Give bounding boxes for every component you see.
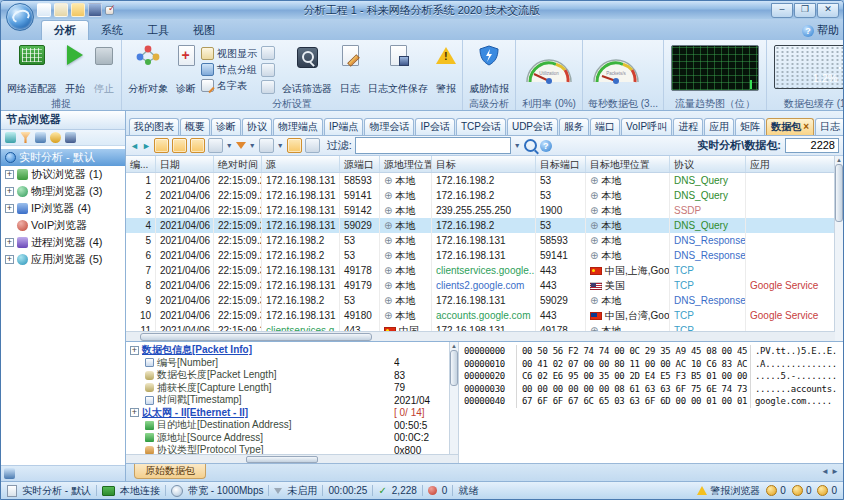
filter-help-icon[interactable]: ? — [540, 140, 552, 152]
utilization-gauge[interactable]: Utilization — [519, 42, 579, 97]
decode-horizontal-scrollbar[interactable] — [126, 454, 458, 463]
table-row[interactable]: 32021/04/0622:15:09.2...172.16.198.13159… — [126, 203, 835, 218]
hex-row[interactable]: 0000000000 50 56 F2 74 74 00 0C 29 35 A9… — [459, 345, 843, 358]
tab-6[interactable]: 物理会话 — [364, 118, 414, 135]
back-arrow-icon[interactable]: ◄ — [130, 141, 139, 151]
ribbon-tab-analysis[interactable]: 分析 — [41, 20, 89, 40]
column-header-7[interactable]: 目标端口 — [536, 156, 586, 172]
table-row[interactable]: 12021/04/0622:15:09.2...172.16.198.13158… — [126, 173, 835, 188]
name-table-button[interactable]: 名字表 — [201, 79, 257, 93]
dropdown-icon[interactable]: ▼ — [277, 142, 284, 149]
tab-9[interactable]: UDP会话 — [507, 118, 558, 135]
table-row[interactable]: 72021/04/0622:15:09.3...172.16.198.13149… — [126, 263, 835, 278]
column-header-5[interactable]: 源地理位置 — [380, 156, 432, 172]
help-button[interactable]: ? 帮助 — [802, 23, 839, 40]
raw-packet-tab[interactable]: 原始数据包 — [134, 464, 206, 479]
table-options-button[interactable] — [305, 138, 320, 153]
filter-dropdown-icon[interactable]: ▼ — [514, 142, 521, 149]
decode-vertical-scrollbar[interactable]: ▲ — [449, 342, 458, 455]
ribbon-tab-system[interactable]: 系统 — [89, 21, 135, 40]
panel-icon[interactable] — [4, 468, 15, 479]
search-icon[interactable] — [524, 139, 537, 152]
tab-0[interactable]: 我的图表 — [129, 118, 179, 135]
sidebar-item-1[interactable]: 协议浏览器 (1) — [1, 166, 125, 183]
scroll-up-icon[interactable]: ▲ — [451, 342, 457, 350]
tab-2[interactable]: 诊断 — [211, 118, 241, 135]
collapse-icon[interactable] — [130, 408, 139, 417]
table-row[interactable]: 82021/04/0622:15:09.3...172.16.198.13149… — [126, 278, 835, 293]
decode-row[interactable]: 以太网 - II[Ethernet - II][ 0/ 14] — [130, 407, 448, 420]
tab-5[interactable]: IP端点 — [324, 118, 363, 135]
expand-icon[interactable] — [5, 204, 14, 213]
table-row[interactable]: 52021/04/0622:15:09.2...172.16.198.253⊕本… — [126, 233, 835, 248]
pps-gauge[interactable]: Packets/s — [586, 42, 646, 97]
mini-download-button[interactable] — [261, 46, 275, 60]
forward-arrow-icon[interactable]: ► — [142, 141, 151, 151]
tab-3[interactable]: 协议 — [242, 118, 272, 135]
scroll-thumb[interactable] — [450, 350, 458, 386]
tab-4[interactable]: 物理端点 — [273, 118, 323, 135]
scroll-up-icon[interactable]: ▲ — [836, 156, 842, 164]
user-icon[interactable] — [50, 132, 61, 143]
mini-save-button[interactable] — [261, 80, 275, 94]
column-view-button[interactable] — [190, 138, 205, 153]
session-filter-button[interactable]: 会话筛选器 — [279, 42, 335, 97]
node-group-button[interactable]: 节点分组 — [201, 63, 257, 77]
filter-input[interactable] — [355, 137, 511, 154]
expand-icon[interactable] — [5, 170, 14, 179]
table-row[interactable]: 62021/04/0622:15:09.2...172.16.198.253⊕本… — [126, 248, 835, 263]
tab-13[interactable]: 进程 — [673, 118, 703, 135]
tab-12[interactable]: VoIP呼叫 — [621, 118, 672, 135]
refresh-icon[interactable] — [5, 132, 16, 143]
funnel-icon[interactable] — [236, 142, 246, 149]
ribbon-tab-tools[interactable]: 工具 — [135, 21, 181, 40]
hex-row[interactable]: 0000001000 41 02 07 00 00 80 11 00 00 AC… — [459, 358, 843, 371]
column-header-10[interactable]: 应用 — [746, 156, 835, 172]
traffic-trend-chart[interactable] — [671, 45, 759, 91]
close-button[interactable]: ✕ — [817, 3, 839, 18]
column-header-0[interactable]: 编... — [126, 156, 156, 172]
packet-buffer-panel[interactable]: 1.2% — [774, 45, 843, 89]
hex-row[interactable]: 0000003000 00 00 00 00 00 08 61 63 63 6F… — [459, 383, 843, 396]
dropdown-icon[interactable]: ▼ — [226, 142, 233, 149]
scroll-thumb[interactable] — [835, 164, 843, 222]
tab-14[interactable]: 应用 — [704, 118, 734, 135]
expand-icon[interactable] — [5, 255, 14, 264]
dropdown-icon[interactable]: ▼ — [249, 142, 256, 149]
ribbon-tab-view[interactable]: 视图 — [181, 21, 227, 40]
column-header-9[interactable]: 协议 — [670, 156, 746, 172]
view-display-button[interactable]: 视图显示 — [201, 47, 257, 61]
app-logo-orb[interactable] — [6, 3, 34, 31]
detail-view-button[interactable] — [172, 138, 187, 153]
tab-11[interactable]: 端口 — [590, 118, 620, 135]
hex-row[interactable]: 00000020C6 02 E6 95 00 35 00 2D E4 E5 F3… — [459, 370, 843, 383]
column-header-4[interactable]: 源端口 — [340, 156, 380, 172]
maximize-button[interactable]: ❐ — [794, 3, 816, 18]
sidebar-item-2[interactable]: 物理浏览器 (3) — [1, 183, 125, 200]
tab-8[interactable]: TCP会话 — [456, 118, 506, 135]
clipboard-icon[interactable] — [54, 3, 68, 17]
table-horizontal-scrollbar[interactable] — [126, 331, 835, 341]
tab-15[interactable]: 矩阵 — [735, 118, 765, 135]
sidebar-item-5[interactable]: 进程浏览器 (4) — [1, 234, 125, 251]
new-document-icon[interactable] — [37, 3, 51, 17]
export-packets-button[interactable] — [208, 138, 223, 153]
tab-10[interactable]: 服务 — [559, 118, 589, 135]
chart-icon[interactable] — [65, 132, 76, 143]
table-row[interactable]: 22021/04/0622:15:09.2...172.16.198.13159… — [126, 188, 835, 203]
stop-button[interactable]: 停止 — [90, 42, 118, 97]
table-row[interactable]: 92021/04/0622:15:09.3...172.16.198.253⊕本… — [126, 293, 835, 308]
diagnosis-button[interactable]: 诊断 — [173, 42, 199, 97]
decode-row[interactable]: 源地址[Source Address]00:0C:2 — [130, 432, 448, 445]
hex-row[interactable]: 0000004067 6F 6F 67 6C 65 03 63 6F 6D 00… — [459, 395, 843, 408]
table-row[interactable]: 112021/04/0622:15:09.3clientservices.g..… — [126, 323, 835, 331]
save-icon[interactable] — [88, 3, 102, 17]
tab-1[interactable]: 概要 — [180, 118, 210, 135]
sidebar-item-0[interactable]: 实时分析 - 默认 — [1, 149, 125, 166]
filter-funnel-icon[interactable] — [20, 132, 31, 143]
decode-row[interactable]: 协议类型[Protocol Type]0x800 — [130, 444, 448, 454]
decode-row[interactable]: 目的地址[Destination Address]00:50:5 — [130, 419, 448, 432]
collapse-icon[interactable] — [130, 346, 139, 355]
decode-row[interactable]: 时间戳[Timestamp]2021/04 — [130, 394, 448, 407]
table-row[interactable]: 102021/04/0622:15:09.3...172.16.198.1314… — [126, 308, 835, 323]
